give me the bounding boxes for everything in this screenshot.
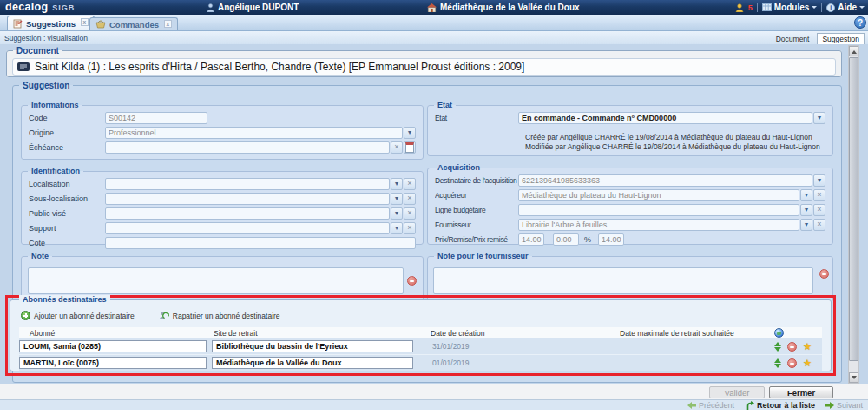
etat-select[interactable]: En commande - Commande n° CMD00000 — [518, 112, 812, 124]
document-legend: Document — [13, 46, 62, 56]
destinataire-caret-button[interactable] — [813, 174, 825, 187]
footer-button-row: Valider Fermer — [0, 384, 868, 399]
note-fournisseur-legend: Note pour le fournisseur — [434, 252, 532, 260]
public-vise-label: Public visé — [29, 209, 105, 218]
help-button[interactable]: ? — [854, 16, 866, 29]
anchor-tab-suggestion[interactable]: Suggestion — [817, 33, 865, 44]
acquereur-clear-button[interactable] — [813, 189, 825, 201]
move-row-button[interactable] — [774, 338, 781, 355]
acquereur-caret-button[interactable] — [800, 189, 812, 201]
aide-label: Aide — [838, 3, 857, 12]
origine-select[interactable]: Professionnel — [105, 127, 403, 139]
remise-field[interactable]: 0.00 — [553, 233, 579, 246]
origine-label: Origine — [29, 128, 105, 137]
cote-field[interactable] — [105, 237, 416, 249]
prix-remise-field[interactable]: 14.00 — [598, 233, 624, 246]
vertical-scrollbar[interactable] — [848, 45, 859, 384]
modules-grid-icon — [762, 3, 772, 11]
abonne-input[interactable]: MARTIN, Loïc (0075) — [19, 357, 207, 369]
support-caret-button[interactable] — [391, 222, 403, 234]
fournisseur-select[interactable]: Librairie l'Arbre à feuilles — [518, 219, 799, 231]
modules-button[interactable]: Modules — [762, 3, 818, 12]
rapatrier-abonne-button[interactable]: Rapatrier un abonné destinataire — [159, 311, 280, 320]
valider-button[interactable]: Valider — [709, 386, 765, 398]
localisation-caret-button[interactable] — [391, 178, 403, 190]
delete-row-button[interactable] — [787, 342, 797, 352]
acquereur-select[interactable]: Médiathèque du plateau du Haut-Lignon — [518, 189, 799, 201]
scroll-thumb[interactable] — [849, 57, 858, 361]
support-select[interactable] — [105, 222, 390, 234]
echeance-calendar-button[interactable] — [404, 141, 416, 154]
site-input[interactable]: Médiathèque de la Vallée du Doux — [212, 357, 413, 369]
scroll-up-button[interactable] — [849, 46, 858, 56]
sous-localisation-caret-button[interactable] — [391, 193, 403, 205]
localisation-clear-button[interactable] — [404, 178, 416, 190]
fermer-button[interactable]: Fermer — [769, 386, 833, 398]
retour-liste-link[interactable]: Retour à la liste — [745, 401, 815, 410]
col-site-retrait: Site de retrait — [212, 329, 420, 338]
ligne-budgetaire-select[interactable] — [518, 204, 799, 216]
move-row-button[interactable] — [774, 355, 781, 371]
tab-close-button[interactable]: x — [164, 20, 172, 28]
localisation-select[interactable] — [105, 178, 390, 190]
public-vise-clear-button[interactable] — [404, 207, 416, 220]
session-count-badge: 5 — [748, 3, 753, 12]
tab-commandes[interactable]: Commandes x — [89, 17, 178, 30]
scroll-down-icon — [852, 376, 857, 382]
destinataire-label: Destinataire de l'acquisition — [435, 176, 518, 185]
rapatrier-abonne-label: Rapatrier un abonné destinataire — [173, 312, 280, 320]
echeance-clear-button[interactable] — [391, 141, 403, 154]
main-content: Document Saint Kilda (1) : Les esprits d… — [0, 44, 868, 384]
add-abonne-button[interactable]: Ajouter un abonné destinataire — [21, 311, 135, 320]
fournisseur-caret-button[interactable] — [800, 219, 812, 231]
priority-star-icon[interactable]: ★ — [803, 342, 812, 352]
ligne-budgetaire-caret-button[interactable] — [800, 204, 812, 216]
sous-localisation-select[interactable] — [105, 193, 390, 205]
public-vise-select[interactable] — [105, 207, 390, 220]
delete-row-button[interactable] — [787, 358, 797, 368]
rapatrier-icon — [159, 311, 169, 320]
abonne-input[interactable]: LOUMI, Samia (0285) — [19, 340, 207, 352]
sous-localisation-clear-button[interactable] — [404, 193, 416, 205]
fournisseur-clear-button[interactable] — [813, 219, 825, 231]
anchor-tab-document[interactable]: Document — [772, 34, 814, 44]
echeance-label: Échéance — [29, 143, 105, 152]
suivant-link[interactable]: Suivant — [825, 401, 863, 410]
chevron-down-icon — [812, 6, 817, 11]
note-fournisseur-remove-button[interactable] — [819, 269, 829, 279]
logo-suffix: SIGB — [52, 3, 75, 12]
etat-caret-button[interactable] — [813, 112, 825, 124]
sessions-icon[interactable] — [735, 3, 744, 12]
scroll-down-button[interactable] — [849, 372, 858, 383]
origine-caret-button[interactable] — [404, 127, 416, 139]
note-legend: Note — [28, 252, 52, 260]
aide-button[interactable]: Aide — [826, 3, 865, 12]
precedent-label: Précédent — [699, 401, 734, 410]
user-name: Angélique DUPONT — [218, 3, 299, 12]
support-label: Support — [29, 224, 105, 233]
ligne-budgetaire-clear-button[interactable] — [813, 204, 825, 216]
library-menu[interactable]: Médiathèque de la Vallée du Doux — [427, 0, 580, 15]
user-menu[interactable]: Angélique DUPONT — [207, 0, 299, 15]
note-remove-button[interactable] — [407, 276, 417, 286]
record-navigation-bar: Précédent Retour à la liste Suivant — [0, 399, 868, 410]
public-vise-caret-button[interactable] — [391, 207, 403, 220]
tab-suggestions[interactable]: Suggestions x — [7, 16, 95, 30]
acquisition-section: Acquisition Destinataire de l'acquisitio… — [427, 163, 833, 245]
tab-close-button[interactable]: x — [81, 18, 89, 26]
home-icon — [427, 3, 437, 12]
library-name: Médiathèque de la Vallée du Doux — [440, 3, 580, 12]
identification-section: Identification Localisation Sous-localis… — [21, 167, 424, 245]
precedent-link[interactable]: Précédent — [687, 401, 734, 410]
localisation-label: Localisation — [29, 180, 105, 188]
note-fournisseur-textarea[interactable] — [433, 267, 813, 294]
support-clear-button[interactable] — [404, 222, 416, 234]
add-abonne-label: Ajouter un abonné destinataire — [34, 312, 135, 320]
note-textarea[interactable] — [28, 267, 404, 294]
site-input[interactable]: Bibliothèque du bassin de l'Eyrieux — [212, 340, 413, 352]
echeance-field[interactable] — [105, 141, 390, 154]
destinataire-select[interactable]: 622139641985633363 — [518, 174, 812, 187]
prix-field[interactable]: 14.00 — [518, 233, 544, 246]
priority-star-icon[interactable]: ★ — [803, 358, 812, 368]
code-field[interactable]: S00142 — [105, 112, 207, 124]
